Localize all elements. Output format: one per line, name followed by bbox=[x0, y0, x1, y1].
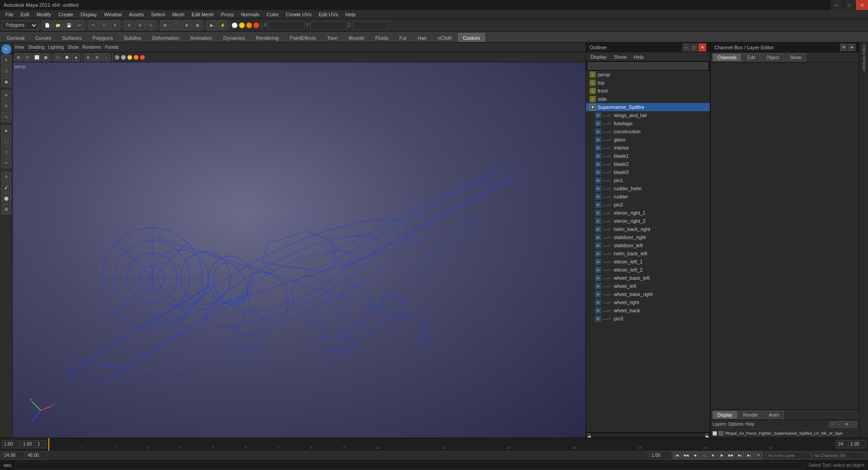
menu-window[interactable]: Window bbox=[100, 10, 125, 19]
menu-modify[interactable]: Modify bbox=[33, 10, 55, 19]
color-2[interactable] bbox=[239, 22, 245, 28]
menu-mesh[interactable]: Mesh bbox=[169, 10, 188, 19]
menu-normals[interactable]: Normals bbox=[237, 10, 263, 19]
tool-paint[interactable]: ✎ bbox=[110, 20, 120, 30]
tab-hair[interactable]: Hair bbox=[413, 33, 432, 42]
vp-menu-show[interactable]: Show bbox=[67, 45, 79, 50]
layer-vis-icon[interactable] bbox=[712, 431, 717, 436]
tool-ipr[interactable]: ⚡ bbox=[217, 20, 227, 30]
outliner-minimize[interactable]: ─ bbox=[682, 43, 690, 52]
playback-frame[interactable] bbox=[649, 451, 672, 460]
tab-ncloth[interactable]: nCloth bbox=[433, 33, 457, 42]
tool-open[interactable]: 📂 bbox=[53, 20, 63, 30]
out-item-wheel-left[interactable]: M —○ wheel_left bbox=[586, 282, 710, 290]
outliner-close[interactable]: ✕ bbox=[698, 43, 706, 52]
next-frame-button[interactable]: ▶▶ bbox=[727, 451, 735, 460]
tool-scale[interactable]: ⤡ bbox=[146, 20, 156, 30]
range-end-input[interactable] bbox=[836, 440, 847, 448]
out-item-fuselage[interactable]: M —○ fuselage bbox=[586, 119, 710, 127]
color-3[interactable] bbox=[246, 22, 252, 28]
tool-select-btn[interactable]: ✎ bbox=[1, 55, 11, 65]
out-item-wheel-base-left[interactable]: M —○ wheel_base_left bbox=[586, 274, 710, 282]
mel-input[interactable] bbox=[16, 462, 805, 469]
tool-snap-curve[interactable]: ⌒ bbox=[171, 20, 181, 30]
menu-help[interactable]: Help bbox=[342, 10, 359, 19]
tab-deformation[interactable]: Deformation bbox=[147, 33, 184, 42]
outliner-scrollbar-h[interactable]: ◀ ▶ bbox=[586, 432, 710, 437]
menu-select[interactable]: Select bbox=[147, 10, 169, 19]
out-item-wheel-right[interactable]: M —○ wheel_right bbox=[586, 298, 710, 306]
menu-assets[interactable]: Assets bbox=[125, 10, 147, 19]
menu-proxy[interactable]: Proxy bbox=[217, 10, 237, 19]
tool-uv[interactable]: ⊞ bbox=[1, 204, 11, 214]
tool-select[interactable]: ↖ bbox=[89, 20, 99, 30]
vp-menu-panels[interactable]: Panels bbox=[105, 45, 119, 50]
tab-toon[interactable]: Toon bbox=[322, 33, 343, 42]
out-menu-display[interactable]: Display bbox=[588, 54, 609, 60]
tool-snap-point[interactable]: ⊕ bbox=[182, 20, 192, 30]
out-item-side[interactable]: C side bbox=[586, 95, 710, 103]
outliner-list[interactable]: C persp C top C front C side ▼ bbox=[586, 70, 710, 432]
play-forward-button[interactable]: ▶ bbox=[718, 451, 726, 460]
menu-edit[interactable]: Edit bbox=[17, 10, 33, 19]
vp-tool-9[interactable]: ⊗ bbox=[93, 53, 101, 61]
out-item-persp[interactable]: C persp bbox=[586, 70, 710, 79]
tool-lasso-btn[interactable]: ⬡ bbox=[1, 66, 11, 76]
vp-tool-4[interactable]: ▣ bbox=[42, 53, 50, 61]
tab-fluids[interactable]: Fluids bbox=[370, 33, 393, 42]
timeline-ruler[interactable]: 1 2 3 4 5 6 7 8 9 10 12 14 16 18 20 22 bbox=[48, 438, 834, 451]
out-item-eleron-right-1[interactable]: M —○ eleron_right_1 bbox=[586, 209, 710, 217]
tool-sculpt-btn[interactable]: ◉ bbox=[1, 77, 11, 87]
tool-save[interactable]: 💾 bbox=[64, 20, 74, 30]
tab-general[interactable]: General bbox=[2, 33, 29, 42]
vp-tool-5[interactable]: ⬡ bbox=[54, 53, 62, 61]
vp-color-1[interactable] bbox=[114, 55, 120, 60]
prev-frame-button[interactable]: ◀ bbox=[691, 451, 699, 460]
layer-icon-3[interactable]: ⊞ bbox=[844, 421, 850, 428]
out-item-blade1[interactable]: M —○ blade1 bbox=[586, 152, 710, 160]
tool-extrude[interactable]: ⬛ bbox=[1, 136, 11, 146]
vp-tool-10[interactable]: ○ bbox=[102, 53, 110, 61]
rsp-btab-display[interactable]: Display bbox=[712, 411, 737, 419]
out-item-top[interactable]: C top bbox=[586, 79, 710, 87]
vp-tool-7[interactable]: ◈ bbox=[72, 53, 80, 61]
mel-label[interactable]: MEL bbox=[4, 463, 12, 468]
menu-file[interactable]: File bbox=[2, 10, 17, 19]
out-item-blade3[interactable]: M —○ blade3 bbox=[586, 168, 710, 176]
vp-menu-renderer[interactable]: Renderer bbox=[82, 45, 101, 50]
out-menu-help[interactable]: Help bbox=[631, 54, 647, 60]
mode-dropdown[interactable]: Polygons bbox=[2, 21, 38, 30]
attr-editor-label[interactable]: Attribute Editor bbox=[862, 44, 866, 71]
anim-end-2[interactable] bbox=[25, 451, 48, 460]
tool-soft-sel[interactable]: ⊙ bbox=[1, 172, 11, 182]
frame-step-input[interactable] bbox=[21, 440, 34, 448]
character-set-selector[interactable]: No Character Set bbox=[812, 452, 866, 459]
loop-button[interactable]: ↺ bbox=[754, 451, 762, 460]
vp-color-2[interactable] bbox=[121, 55, 126, 60]
rsp-tab-show[interactable]: Show bbox=[785, 53, 806, 61]
tab-painteffects[interactable]: PaintEffects bbox=[285, 33, 321, 42]
tool-undo[interactable]: ↩ bbox=[75, 20, 85, 30]
vp-menu-lighting[interactable]: Lighting bbox=[48, 45, 64, 50]
vp-menu-view[interactable]: View bbox=[14, 45, 24, 50]
rsp-icon-1[interactable]: ⊞ bbox=[840, 44, 847, 51]
vp-tool-1[interactable]: ⊞ bbox=[14, 53, 23, 61]
out-item-spitfire[interactable]: ▼ Supermarine_Spitfire bbox=[586, 103, 710, 111]
tool-cut[interactable]: ✂ bbox=[1, 158, 11, 168]
outliner-maximize[interactable]: □ bbox=[690, 43, 698, 52]
tool-arrow[interactable]: ↖ bbox=[1, 44, 11, 54]
color-4[interactable] bbox=[253, 22, 259, 28]
vp-color-3[interactable] bbox=[127, 55, 132, 60]
tool-snap-grid[interactable]: ⊞ bbox=[160, 20, 170, 30]
out-item-stab-right[interactable]: M —○ stabilizer_right bbox=[586, 233, 710, 241]
tab-custom[interactable]: Custom bbox=[458, 33, 485, 42]
scroll-right[interactable]: ▶ bbox=[705, 433, 709, 437]
out-item-pin3[interactable]: M —○ pin3 bbox=[586, 315, 710, 323]
anim-start-input[interactable] bbox=[2, 440, 20, 448]
coord-y-input[interactable] bbox=[311, 21, 347, 29]
out-item-glass[interactable]: M —○ glass bbox=[586, 136, 710, 144]
viewport[interactable]: .wire { stroke: #2244cc; stroke-width: 0… bbox=[13, 62, 585, 437]
tool-paint-weights[interactable]: 🖌 bbox=[1, 183, 11, 193]
tool-vertex-color[interactable]: ⬤ bbox=[1, 193, 11, 203]
step-forward-button[interactable]: ▶| bbox=[736, 451, 744, 460]
